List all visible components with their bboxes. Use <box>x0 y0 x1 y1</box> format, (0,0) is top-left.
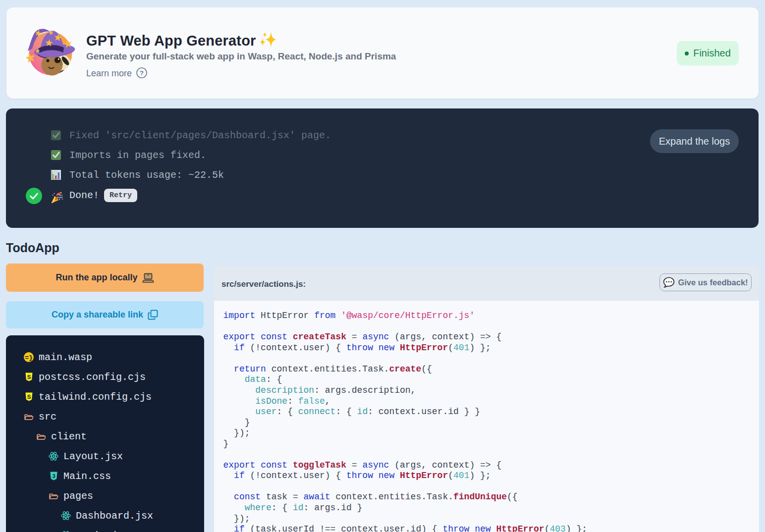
svg-text:=}: =} <box>25 354 33 362</box>
svg-text:S: S <box>27 394 31 400</box>
svg-text:S: S <box>27 374 31 380</box>
svg-text:3: 3 <box>52 473 55 479</box>
svg-text:?: ? <box>140 69 144 77</box>
